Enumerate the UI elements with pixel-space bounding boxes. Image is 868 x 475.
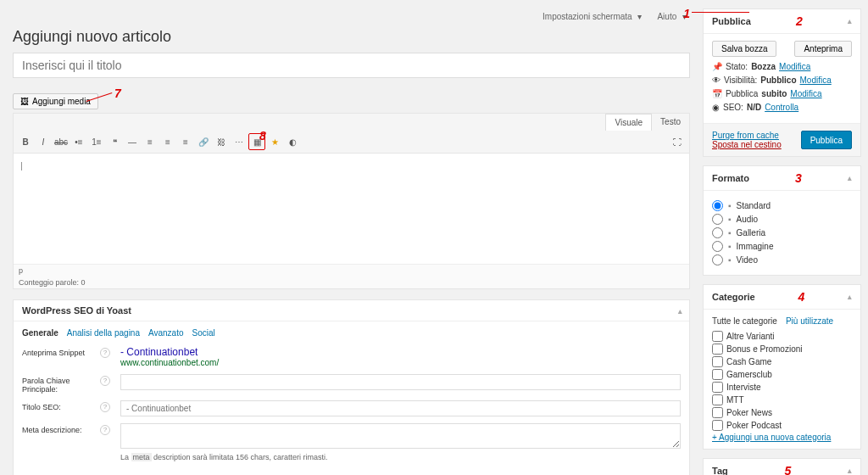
collapse-icon[interactable]: ▴: [848, 17, 852, 25]
save-draft-button[interactable]: Salva bozza: [712, 41, 776, 57]
strike-button[interactable]: abc: [53, 133, 70, 150]
add-category-link[interactable]: + Aggiungi una nuova categoria: [712, 433, 831, 442]
category-checkbox[interactable]: [712, 344, 723, 355]
category-list: Altre VariantiBonus e PromozioniCash Gam…: [712, 331, 852, 431]
snippet-title: - Continuationbet: [120, 346, 681, 358]
help-icon[interactable]: ?: [100, 348, 110, 358]
format-radio-video[interactable]: [712, 254, 723, 265]
collapse-icon[interactable]: ▴: [848, 174, 852, 182]
tab-visual[interactable]: Visuale: [605, 114, 652, 131]
collapse-icon[interactable]: ▴: [848, 293, 852, 301]
annotation-5: 5: [784, 464, 791, 475]
seo-dot-icon: ◉: [712, 103, 720, 112]
align-right-button[interactable]: ≡: [177, 133, 194, 150]
add-media-button[interactable]: 🖼 Aggiungi media: [13, 93, 98, 109]
extra-button[interactable]: ◐: [284, 133, 301, 150]
category-item[interactable]: Cash Game: [712, 356, 852, 367]
edit-status-link[interactable]: Modifica: [779, 62, 810, 71]
annotation-2: 2: [796, 14, 803, 28]
trash-link[interactable]: Sposta nel cestino: [712, 140, 782, 149]
link-button[interactable]: 🔗: [195, 133, 212, 150]
editor: Visuale Testo B I abc •≡ 1≡ ❝ — ≡ ≡ ≡ 🔗 …: [13, 113, 690, 289]
audio-icon: ▪: [728, 215, 732, 224]
format-radio-galleria[interactable]: [712, 227, 723, 238]
seo-tab-advanced[interactable]: Avanzato: [148, 328, 184, 338]
ol-button[interactable]: 1≡: [88, 133, 105, 150]
collapse-icon[interactable]: ▴: [848, 467, 852, 475]
category-checkbox[interactable]: [712, 394, 723, 405]
category-item[interactable]: Poker News: [712, 407, 852, 418]
editor-content[interactable]: |: [14, 154, 689, 264]
screen-options-toggle[interactable]: Impostazioni schermata ▾: [536, 10, 645, 23]
page-heading: Aggiungi nuovo articolo: [13, 28, 690, 46]
snippet-url: www.continuationbet.com/: [120, 358, 681, 367]
editor-path: p: [19, 266, 23, 275]
category-checkbox[interactable]: [712, 420, 723, 431]
annotation-7: 7: [114, 87, 121, 100]
cat-tab-all[interactable]: Tutte le categorie: [712, 316, 777, 326]
meta-description-input[interactable]: [120, 423, 681, 449]
italic-button[interactable]: I: [35, 133, 52, 150]
category-item[interactable]: Bonus e Promozioni: [712, 344, 852, 355]
seo-tab-analysis[interactable]: Analisi della pagina: [67, 328, 140, 338]
tags-panel: Tag 5 ▴ Aggiungi Separa i tag con delle …: [703, 458, 861, 475]
collapse-icon[interactable]: ▴: [678, 307, 682, 316]
category-item[interactable]: Interviste: [712, 382, 852, 393]
publish-button[interactable]: Pubblica: [801, 131, 852, 149]
category-checkbox[interactable]: [712, 369, 723, 380]
edit-publish-link[interactable]: Modifica: [790, 89, 821, 98]
calendar-icon: 📅: [712, 89, 722, 98]
categories-panel: Categorie 4 ▴ Tutte le categorie Più uti…: [703, 284, 861, 450]
category-checkbox[interactable]: [712, 407, 723, 418]
editor-toolbar: B I abc •≡ 1≡ ❝ — ≡ ≡ ≡ 🔗 ⛓ ⋯ ▦ ★ ◐ 8 ⛶: [14, 131, 689, 154]
publish-panel: Pubblica 2 ▴ Salva bozza Anteprima 📌Stat…: [703, 8, 861, 157]
help-icon[interactable]: ?: [100, 425, 110, 435]
focus-keyword-input[interactable]: [120, 374, 681, 390]
category-checkbox[interactable]: [712, 331, 723, 342]
format-panel: Formato 3 ▴ ▪Standard▪Audio▪Galleria▪Imm…: [703, 165, 861, 276]
hr-button[interactable]: —: [124, 133, 141, 150]
post-title-input[interactable]: [13, 53, 690, 78]
ul-button[interactable]: •≡: [70, 133, 87, 150]
seo-title-input[interactable]: [120, 400, 681, 416]
more-button[interactable]: ⋯: [231, 133, 248, 150]
category-item[interactable]: Poker Podcast: [712, 420, 852, 431]
align-left-button[interactable]: ≡: [142, 133, 159, 150]
tab-text[interactable]: Testo: [652, 114, 689, 131]
format-radio-standard[interactable]: [712, 200, 723, 211]
star-button[interactable]: ★: [266, 133, 283, 150]
bold-button[interactable]: B: [17, 133, 34, 150]
preview-button[interactable]: Anteprima: [794, 41, 852, 57]
seo-metabox: WordPress SEO di Yoast▴ Generale Analisi…: [13, 299, 690, 475]
quote-button[interactable]: ❝: [106, 133, 123, 150]
category-item[interactable]: Altre Varianti: [712, 331, 852, 342]
pin-icon: 📌: [712, 62, 722, 71]
help-toggle[interactable]: Aiuto ▾: [650, 10, 690, 23]
highlighted-toolbar-button[interactable]: ▦: [248, 133, 265, 150]
help-icon[interactable]: ?: [100, 402, 110, 412]
align-center-button[interactable]: ≡: [159, 133, 176, 150]
format-radio-audio[interactable]: [712, 214, 723, 225]
seo-check-link[interactable]: Controlla: [765, 103, 798, 112]
category-checkbox[interactable]: [712, 382, 723, 393]
purge-cache-link[interactable]: Purge from cache: [712, 131, 782, 140]
category-item[interactable]: Gamersclub: [712, 369, 852, 380]
seo-tab-social[interactable]: Social: [192, 328, 215, 338]
format-radio-immagine[interactable]: [712, 241, 723, 252]
format-list: ▪Standard▪Audio▪Galleria▪Immagine▪Video: [704, 191, 860, 275]
video-icon: ▪: [728, 255, 732, 265]
fullscreen-button[interactable]: ⛶: [669, 133, 686, 150]
edit-visibility-link[interactable]: Modifica: [800, 75, 832, 85]
seo-tab-general[interactable]: Generale: [22, 328, 58, 338]
category-item[interactable]: MTT: [712, 394, 852, 405]
unlink-button[interactable]: ⛓: [213, 133, 230, 150]
word-count: Conteggio parole: 0: [19, 278, 86, 287]
category-checkbox[interactable]: [712, 356, 723, 367]
image-icon: ▪: [728, 242, 732, 251]
cat-tab-most[interactable]: Più utilizzate: [786, 316, 833, 326]
help-icon[interactable]: ?: [100, 376, 110, 386]
gallery-icon: ▪: [728, 228, 732, 238]
media-icon: 🖼: [20, 97, 29, 106]
annotation-4: 4: [798, 290, 804, 304]
eye-icon: 👁: [712, 75, 721, 85]
